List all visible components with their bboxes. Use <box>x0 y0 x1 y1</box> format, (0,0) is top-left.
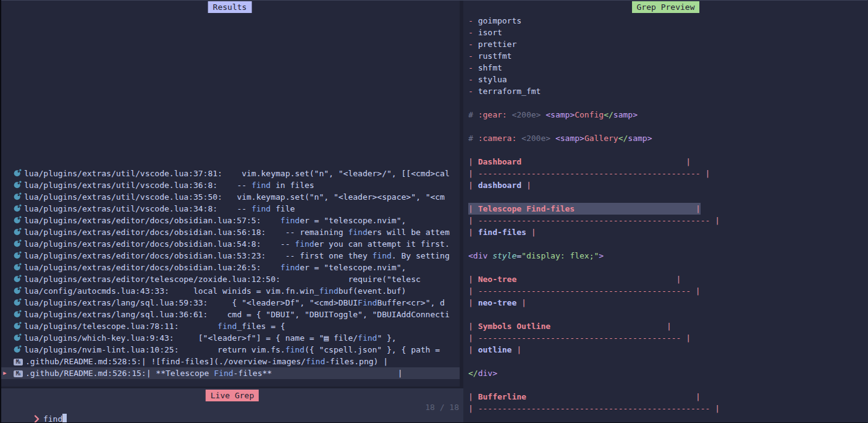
match-text: find <box>358 333 377 343</box>
code-text: in files <box>271 181 314 190</box>
preview-text: | <box>512 345 521 354</box>
result-path: .github/README.md:528:5: <box>25 357 141 366</box>
preview-text: :camera: <box>478 134 521 143</box>
match-text: find <box>285 345 305 354</box>
result-row[interactable]: M↓.github/README.md:528:5:| ![find-files… <box>0 356 460 367</box>
code-text: ["<leader>f"] = { name = "▤ file/ <box>174 333 358 343</box>
preview-line <box>468 97 868 109</box>
result-row[interactable]: lua/plugins/extras/editor/docs/obsidian.… <box>0 238 460 250</box>
preview-line: | Neo-tree | <box>468 273 868 285</box>
preview-text: :gear: <box>478 110 512 119</box>
preview-text: div> <box>478 369 497 378</box>
code-text: vim.keymap.set("n", "<leader>/", [[<cmd>… <box>222 169 450 178</box>
match-text: find <box>319 286 338 296</box>
preview-line: | Symbols Outline | <box>468 320 868 332</box>
preview-line: <div style="display: flex;"> <box>468 250 868 262</box>
preview-text: ----------------------------------------… <box>478 333 681 343</box>
lua-icon <box>14 321 23 332</box>
results-window: Results lua/plugins/extras/util/vscode.l… <box>0 0 460 387</box>
lua-icon <box>14 344 23 356</box>
code-text: { "<leader>Df", "<cmd>DBUI <box>208 298 358 307</box>
result-path: lua/plugins/extras/editor/telescope/zoxi… <box>24 275 280 284</box>
result-row[interactable]: lua/plugins/which-key.lua:9:43: ["<leade… <box>0 332 460 344</box>
code-text: -- first one they <box>266 251 372 260</box>
result-row[interactable]: lua/plugins/nvim-lint.lua:10:25: return … <box>0 344 460 356</box>
preview-line: - goimports <box>468 15 868 27</box>
result-path: lua/plugins/extras/lang/sql.lua:36:61: <box>24 310 208 319</box>
preview-text: # <box>468 110 478 119</box>
result-path: lua/plugins/extras/util/vscode.lua:34:8: <box>24 204 217 213</box>
preview-text: | <box>468 157 478 166</box>
result-row[interactable]: lua/plugins/extras/lang/sql.lua:59:33: {… <box>0 297 460 309</box>
preview-text: | <box>710 404 720 413</box>
code-text: -files.png) | <box>325 357 388 366</box>
match-text: Find <box>214 369 233 378</box>
result-row[interactable]: lua/plugins/extras/util/vscode.lua:35:50… <box>0 191 460 203</box>
result-row[interactable]: lua/plugins/telescope.lua:78:11: find_fi… <box>0 320 460 332</box>
result-row[interactable]: lua/plugins/extras/util/vscode.lua:37:81… <box>0 168 460 179</box>
code-text: local winids = vim.fn.win_ <box>169 286 319 296</box>
preview-text: <samp> <box>555 134 584 143</box>
result-row[interactable]: lua/config/autocmds.lua:43:33: local win… <box>0 285 460 297</box>
preview-line <box>468 121 868 132</box>
preview-text: | <box>468 286 478 296</box>
preview-line: - stylua <box>468 74 868 85</box>
preview-line <box>468 309 868 320</box>
preview-text: </ <box>468 369 478 378</box>
preview-line: | dashboard | <box>468 179 868 191</box>
preview-text: | <box>468 275 478 284</box>
code-text: | ![find-files](./overview-images/ <box>141 357 306 366</box>
preview-text: > <box>599 251 604 260</box>
result-row[interactable]: lua/plugins/extras/util/vscode.lua:34:8:… <box>0 203 460 215</box>
preview-text: Config <box>575 110 604 119</box>
preview-text: | <box>691 286 701 296</box>
result-row[interactable]: lua/plugins/extras/editor/docs/obsidian.… <box>0 215 460 226</box>
result-path: lua/plugins/nvim-lint.lua:10:25: <box>24 345 179 354</box>
preview-text: | <box>468 216 478 225</box>
preview-text: dashboard <box>478 181 521 190</box>
preview-line: # :camera: <200e> <samp>Gallery</samp> <box>468 132 868 144</box>
preview-text: prettier <box>478 40 517 49</box>
result-path: lua/config/autocmds.lua:43:33: <box>24 286 169 296</box>
result-row[interactable]: lua/plugins/extras/util/vscode.lua:36:8:… <box>0 179 460 191</box>
preview-text: - <box>468 16 478 25</box>
preview-line: | Dashboard | <box>468 156 868 168</box>
result-row[interactable]: lua/plugins/extras/editor/docs/obsidian.… <box>0 250 460 262</box>
preview-text: ----------------------------------------… <box>478 404 710 413</box>
preview-line: | --------------------------------------… <box>468 168 868 179</box>
lua-icon <box>14 250 23 262</box>
search-query: find <box>43 414 62 423</box>
lua-icon <box>14 333 23 344</box>
lua-icon <box>14 180 23 191</box>
result-row[interactable]: lua/plugins/extras/editor/docs/obsidian.… <box>0 262 460 273</box>
lua-icon <box>14 239 23 250</box>
result-row[interactable]: lua/plugins/extras/lang/sql.lua:36:61: c… <box>0 309 460 320</box>
preview-text: | <box>516 298 526 307</box>
preview-text: Dashboard <box>478 157 521 166</box>
preview-text: ----------------------------------------… <box>478 169 701 178</box>
preview-text: samp> <box>613 110 638 119</box>
search-input[interactable]: find <box>5 401 67 423</box>
code-text: . By setting <box>392 251 450 260</box>
preview-text: | <box>468 169 478 178</box>
match-text: find <box>217 322 237 331</box>
result-row[interactable]: lua/plugins/extras/editor/docs/obsidian.… <box>0 226 460 238</box>
preview-text: | <box>667 322 672 331</box>
code-text: cmd = { "DBUI", "DBUIToggle", "DBUIAddCo… <box>208 310 449 319</box>
preview-line: # :gear: <200e> <samp>Config</samp> <box>468 109 868 121</box>
result-path: lua/plugins/extras/editor/docs/obsidian.… <box>24 239 261 249</box>
preview-cursorline: | Telescope Find-files | <box>468 203 701 215</box>
preview-text: | <box>468 404 478 413</box>
result-path: lua/plugins/telescope.lua:78:11: <box>24 322 179 331</box>
preview-text: rustfmt <box>478 51 512 61</box>
result-path: lua/plugins/extras/util/vscode.lua:35:50… <box>24 192 222 202</box>
lua-icon <box>14 227 23 238</box>
code-text: -- remaining <box>266 228 348 237</box>
preview-text: Telescope Find-files <box>478 204 575 213</box>
result-row[interactable]: lua/plugins/extras/editor/telescope/zoxi… <box>0 273 460 285</box>
grep-preview-title: Grep Preview <box>632 1 700 13</box>
preview-text: </ <box>618 134 628 143</box>
preview-text <box>550 322 667 331</box>
result-path: lua/plugins/extras/util/vscode.lua:37:81… <box>24 169 222 178</box>
result-row-selected[interactable]: ▶M↓.github/README.md:526:15:| **Telescop… <box>0 367 460 379</box>
